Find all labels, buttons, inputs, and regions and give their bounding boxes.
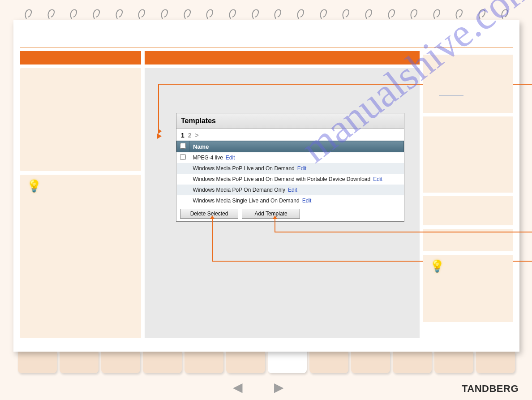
tab-11[interactable] <box>434 352 473 373</box>
spiral-binding <box>13 8 519 22</box>
template-name: Windows Media Single Live and On Demand <box>193 198 300 204</box>
row-checkbox-cell <box>177 185 189 195</box>
select-all-header <box>177 141 189 152</box>
row-checkbox-cell <box>177 152 189 163</box>
left-header-bar <box>20 51 141 65</box>
screenshot-area: Templates 1 2 > Name <box>145 68 420 338</box>
template-name: Windows Media PoP Live and On Demand wit… <box>193 176 371 182</box>
row-checkbox[interactable] <box>180 154 186 160</box>
name-column-header: Name <box>189 141 404 152</box>
link-underline <box>439 95 463 95</box>
right-pane-5: 💡 <box>423 255 513 322</box>
template-name: Windows Media PoP On Demand Only <box>193 187 286 193</box>
row-checkbox-cell <box>177 163 189 174</box>
tab-12[interactable] <box>476 352 515 373</box>
tab-5[interactable] <box>184 352 223 373</box>
row-name-cell: Windows Media PoP Live and On Demand wit… <box>189 174 404 185</box>
row-name-cell: Windows Media Single Live and On DemandE… <box>189 195 404 206</box>
right-pane-4 <box>423 229 513 251</box>
table-row: MPEG-4 liveEdit <box>177 152 404 163</box>
tab-8[interactable] <box>309 352 348 373</box>
lightbulb-icon: 💡 <box>430 259 444 273</box>
edit-link[interactable]: Edit <box>373 176 382 182</box>
table-row: Windows Media PoP On Demand OnlyEdit <box>177 185 404 195</box>
templates-panel: Templates 1 2 > Name <box>176 113 404 222</box>
right-pane-2 <box>423 116 513 193</box>
tab-6[interactable] <box>226 352 265 373</box>
tab-9[interactable] <box>351 352 390 373</box>
edit-link[interactable]: Edit <box>302 198 312 204</box>
mid-header-bar <box>145 51 420 65</box>
edit-link[interactable]: Edit <box>226 155 235 161</box>
divider <box>20 47 513 47</box>
template-name: Windows Media PoP Live and On Demand <box>193 165 295 172</box>
template-name: MPEG-4 live <box>193 155 223 161</box>
tab-10[interactable] <box>393 352 432 373</box>
row-name-cell: MPEG-4 liveEdit <box>189 152 404 163</box>
left-pane-1 <box>20 68 141 171</box>
tab-4[interactable] <box>143 352 182 373</box>
tab-7-active[interactable] <box>268 349 307 373</box>
tab-1[interactable] <box>18 352 57 373</box>
callout-arrowhead-pager <box>157 133 162 139</box>
lightbulb-icon: 💡 <box>27 179 41 193</box>
bottom-tabs <box>18 352 515 373</box>
page-card: 💡 Templates 1 2 > <box>13 20 519 352</box>
pager: 1 2 > <box>176 129 404 141</box>
left-pane-2: 💡 <box>20 175 141 338</box>
pager-page-1[interactable]: 1 <box>181 132 184 139</box>
tab-3[interactable] <box>101 352 140 373</box>
page-nav: ◀ ▶ <box>233 380 284 395</box>
row-checkbox-cell <box>177 195 189 206</box>
row-name-cell: Windows Media PoP Live and On DemandEdit <box>189 163 404 174</box>
brand-logo: TANDBERG <box>462 383 519 395</box>
prev-page-icon[interactable]: ◀ <box>233 380 243 395</box>
table-row: Windows Media PoP Live and On Demand wit… <box>177 174 404 185</box>
right-pane-1 <box>423 55 513 113</box>
table-row: Windows Media PoP Live and On DemandEdit <box>177 163 404 174</box>
panel-title: Templates <box>176 113 404 129</box>
right-pane-3 <box>423 196 513 225</box>
templates-table: Name MPEG-4 liveEditWindows Media PoP Li… <box>176 141 404 206</box>
delete-selected-button[interactable]: Delete Selected <box>180 209 238 219</box>
select-all-checkbox[interactable] <box>180 143 186 149</box>
row-name-cell: Windows Media PoP On Demand OnlyEdit <box>189 185 404 195</box>
tab-2[interactable] <box>60 352 99 373</box>
edit-link[interactable]: Edit <box>288 187 297 193</box>
pager-next[interactable]: > <box>195 132 198 139</box>
row-checkbox-cell <box>177 174 189 185</box>
table-row: Windows Media Single Live and On DemandE… <box>177 195 404 206</box>
add-template-button[interactable]: Add Template <box>242 209 300 219</box>
edit-link[interactable]: Edit <box>297 165 307 172</box>
next-page-icon[interactable]: ▶ <box>274 380 284 395</box>
pager-page-2[interactable]: 2 <box>188 132 192 139</box>
